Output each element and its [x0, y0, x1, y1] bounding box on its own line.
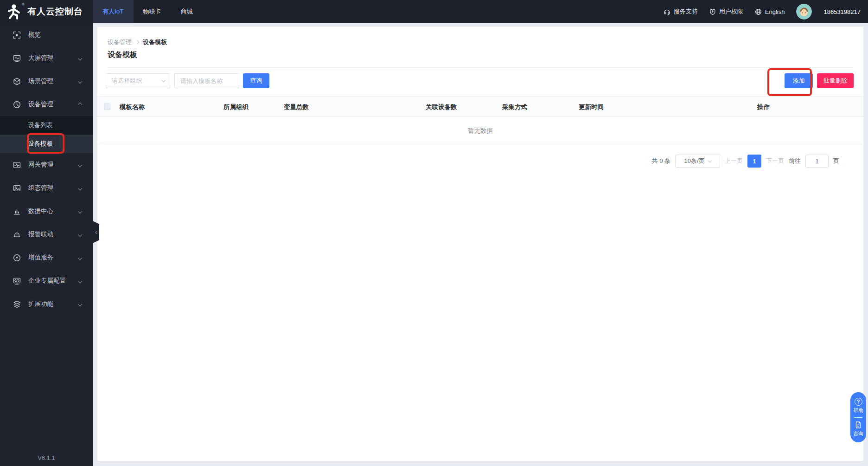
consult-label: 咨询 — [853, 430, 863, 437]
col-variable-count: 变量总数 — [284, 103, 309, 111]
chevron-down-icon — [78, 79, 83, 84]
select-all-checkbox[interactable] — [104, 104, 110, 110]
sidebar-item-overview[interactable]: 概览 — [0, 23, 93, 46]
brand-logo-icon: ® — [6, 3, 24, 20]
pagination-total: 共 0 条 — [652, 157, 670, 165]
tab-iot-card[interactable]: 物联卡 — [134, 0, 171, 23]
chevron-down-icon — [78, 302, 83, 307]
chevron-down-icon — [78, 56, 83, 61]
sidebar-item-label: 企业专属配置 — [28, 277, 66, 285]
table-header: 模板名称 所属组织 变量总数 关联设备数 采集方式 更新时间 操作 — [97, 96, 863, 117]
document-icon — [855, 421, 862, 429]
prev-page-button[interactable]: 上一页 — [725, 157, 743, 165]
sidebar-item-label: 增值服务 — [28, 253, 53, 262]
app-title: 有人云控制台 — [27, 6, 83, 18]
sidebar-item-label: 组态管理 — [28, 184, 53, 192]
page-size-select[interactable]: 10条/页 — [675, 155, 720, 168]
registered-mark: ® — [22, 2, 25, 6]
sidebar-item-device-mgmt[interactable]: 设备管理 — [0, 93, 93, 116]
breadcrumb-device-template: 设备模板 — [143, 38, 167, 46]
device-mgmt-submenu: 设备列表 设备模板 — [0, 116, 93, 153]
pagination: 共 0 条 10条/页 上一页 1 下一页 前往 页 — [652, 155, 839, 168]
globe-icon — [755, 8, 762, 15]
org-select[interactable]: 请选择组织 — [106, 73, 170, 88]
sidebar-item-label: 设备模板 — [28, 140, 53, 148]
sidebar-item-enterprise-config[interactable]: 企业专属配置 — [0, 269, 93, 292]
goto-page-input[interactable] — [805, 155, 829, 168]
sidebar-item-label: 网关管理 — [28, 161, 53, 169]
col-update-time: 更新时间 — [579, 103, 604, 111]
tab-youren-iot[interactable]: 有人IoT — [93, 0, 134, 23]
language-label: English — [765, 8, 785, 15]
service-support-label: 服务支持 — [674, 7, 698, 16]
tab-mall[interactable]: 商城 — [171, 0, 203, 23]
overview-icon — [13, 31, 21, 39]
helper-divider — [854, 417, 862, 418]
topbar-right: 服务支持 用户权限 English — [664, 0, 868, 23]
sidebar-item-label: 设备列表 — [28, 121, 53, 129]
main-panel: 设备管理 设备模板 设备模板 请选择组织 查询 添加 批量删除 模板名称 所属组… — [97, 27, 863, 461]
app-version: V6.1.1 — [0, 454, 93, 461]
sidebar-item-device-template[interactable]: 设备模板 — [0, 135, 93, 153]
chevron-down-icon — [78, 233, 83, 237]
empty-data-text: 暂无数据 — [468, 127, 493, 135]
gateway-icon — [13, 161, 21, 169]
extension-icon — [13, 300, 21, 308]
sidebar-item-alarm-linkage[interactable]: 报警联动 — [0, 223, 93, 246]
sidebar-item-value-added[interactable]: 增值服务 — [0, 246, 93, 269]
chevron-down-icon — [162, 78, 166, 82]
scada-icon — [13, 184, 21, 192]
user-permissions-item[interactable]: 用户权限 — [709, 7, 743, 16]
data-icon — [13, 207, 21, 215]
goto-label: 前往 — [789, 157, 801, 165]
help-label: 帮助 — [853, 407, 863, 414]
enterprise-icon — [13, 277, 21, 285]
device-icon — [13, 101, 21, 109]
user-phone-number: 18653198217 — [823, 8, 861, 15]
scene-icon — [13, 78, 21, 85]
consult-button[interactable]: 咨询 — [853, 421, 863, 437]
sidebar-item-gateway-mgmt[interactable]: 网关管理 — [0, 153, 93, 176]
col-device-count: 关联设备数 — [426, 103, 457, 111]
help-button[interactable]: ? 帮助 — [853, 398, 863, 414]
batch-delete-button[interactable]: 批量删除 — [817, 73, 854, 88]
sidebar-item-label: 设备管理 — [28, 100, 53, 109]
current-page-button[interactable]: 1 — [747, 155, 761, 168]
chevron-up-icon — [78, 103, 83, 107]
add-button[interactable]: 添加 — [785, 73, 813, 88]
shield-icon — [709, 8, 716, 15]
service-support-item[interactable]: 服务支持 — [664, 7, 698, 16]
sidebar-item-label: 数据中心 — [28, 207, 53, 215]
col-actions: 操作 — [757, 103, 770, 111]
sidebar: 概览 大屏管理 场景管理 — [0, 23, 93, 466]
sidebar-item-label: 大屏管理 — [28, 54, 53, 62]
sidebar-item-label: 报警联动 — [28, 230, 53, 239]
sidebar-collapse-handle[interactable]: ‹ — [93, 221, 99, 243]
chevron-down-icon — [78, 186, 83, 191]
logo-area[interactable]: ® 有人云控制台 — [0, 0, 93, 23]
vas-icon — [13, 254, 21, 262]
language-item[interactable]: English — [755, 8, 785, 15]
sidebar-item-extensions[interactable]: 扩展功能 — [0, 292, 93, 316]
template-name-input[interactable] — [174, 73, 239, 88]
user-avatar[interactable] — [796, 4, 812, 19]
breadcrumb-device-mgmt[interactable]: 设备管理 — [108, 38, 132, 46]
search-button[interactable]: 查询 — [243, 73, 269, 88]
title-divider — [108, 67, 853, 68]
chevron-right-icon — [135, 40, 139, 44]
table-empty-row: 暂无数据 — [97, 117, 863, 144]
app-root: ® 有人云控制台 有人IoT 物联卡 商城 服务支持 — [0, 0, 868, 466]
page-unit-label: 页 — [833, 157, 839, 165]
col-organization: 所属组织 — [223, 103, 249, 111]
sidebar-item-scada-mgmt[interactable]: 组态管理 — [0, 176, 93, 200]
chevron-down-icon — [78, 209, 83, 214]
user-permissions-label: 用户权限 — [719, 7, 743, 16]
sidebar-item-scene-mgmt[interactable]: 场景管理 — [0, 70, 93, 93]
col-collect-method: 采集方式 — [502, 103, 527, 111]
next-page-button[interactable]: 下一页 — [766, 157, 784, 165]
topbar: ® 有人云控制台 有人IoT 物联卡 商城 服务支持 — [0, 0, 868, 23]
sidebar-item-screen-mgmt[interactable]: 大屏管理 — [0, 46, 93, 70]
chevron-down-icon — [78, 279, 83, 284]
sidebar-item-device-list[interactable]: 设备列表 — [0, 116, 93, 135]
sidebar-item-data-center[interactable]: 数据中心 — [0, 200, 93, 223]
